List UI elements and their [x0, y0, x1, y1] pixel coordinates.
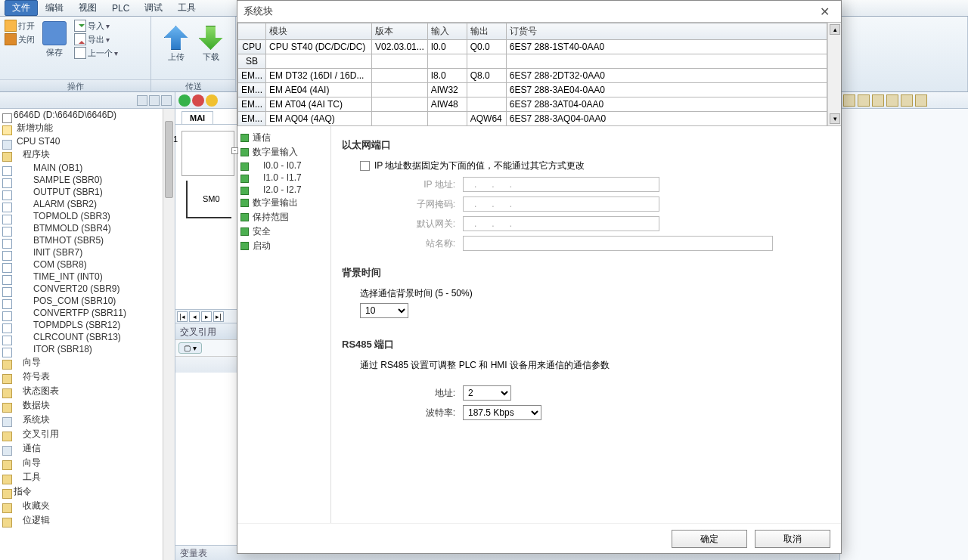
table-row[interactable]: EM...EM AQ04 (4AQ)AQW646ES7 288-3AQ04-0A… — [238, 112, 827, 126]
tree-progblk[interactable]: -程序块 — [0, 147, 175, 162]
tree-xref[interactable]: +交叉引用 — [0, 427, 175, 441]
tree-scrollbar[interactable] — [163, 109, 175, 560]
upload-button[interactable]: 上传 — [161, 24, 191, 64]
tree-instr[interactable]: -指令 — [0, 484, 175, 499]
prev-button[interactable]: 上一个▾ — [74, 47, 118, 59]
table-row[interactable]: EM...EM AE04 (4AI)AIW326ES7 288-3AE04-0A… — [238, 83, 827, 97]
scroll-down-icon[interactable]: ▾ — [830, 113, 840, 124]
expand-icon[interactable]: - — [231, 147, 238, 154]
baud-select[interactable]: 187.5 Kbps — [463, 405, 541, 420]
tree-block[interactable]: TIME_INT (INT0) — [0, 271, 175, 283]
tree-wizard[interactable]: +向导 — [0, 355, 175, 370]
tree-block[interactable]: SAMPLE (SBR0) — [0, 174, 175, 186]
station-input[interactable] — [463, 236, 773, 251]
menu-file[interactable]: 文件 — [5, 0, 38, 16]
tree-tools[interactable]: +工具 — [0, 470, 175, 484]
tree-block[interactable]: ALARM (SBR2) — [0, 198, 175, 210]
cancel-button[interactable]: 取消 — [755, 530, 830, 548]
tree-block[interactable]: TOPMDPLS (SBR12) — [0, 319, 175, 331]
menu-plc[interactable]: PLC — [104, 2, 137, 15]
nav-prev-icon[interactable]: ◂ — [189, 311, 200, 322]
tree-block[interactable]: MAIN (OB1) — [0, 162, 175, 174]
tree-bitlogic[interactable]: +位逻辑 — [0, 513, 175, 528]
tool-icon[interactable] — [872, 94, 884, 107]
tree-sysblk[interactable]: 系统块 — [0, 413, 175, 427]
mask-input[interactable] — [463, 196, 659, 212]
tool-icon[interactable] — [858, 94, 870, 107]
tree-tool-icon[interactable] — [149, 95, 160, 106]
compile-icon[interactable] — [206, 94, 218, 107]
tree-block[interactable]: INIT (SBR7) — [0, 246, 175, 258]
bgtime-select[interactable]: 10 — [360, 303, 408, 318]
gw-input[interactable] — [463, 216, 659, 231]
tree-newfeat[interactable]: 新增功能 — [0, 121, 175, 135]
tool-icon[interactable] — [915, 94, 927, 107]
import-button[interactable]: 导入▾ — [74, 20, 118, 32]
ok-button[interactable]: 确定 — [672, 530, 747, 548]
dlg-tree-ret[interactable]: 保持范围 — [239, 210, 329, 224]
project-tree-panel: 6646D (D:\6646D\6646D) 新增功能 -CPU ST40 -程… — [0, 92, 175, 560]
menu-edit[interactable]: 编辑 — [38, 0, 71, 16]
close-icon[interactable]: ✕ — [814, 5, 835, 19]
editor-tab[interactable]: MAI — [182, 111, 213, 124]
tool-icon[interactable] — [886, 94, 898, 107]
close-button[interactable]: 关闭 — [5, 33, 35, 45]
ip-fixed-checkbox[interactable] — [360, 161, 370, 171]
tree-root[interactable]: 6646D (D:\6646D\6646D) — [0, 109, 175, 121]
tool-icon[interactable] — [843, 94, 855, 107]
tree-cpu[interactable]: -CPU ST40 — [0, 135, 175, 147]
tree-block[interactable]: CONVERTFP (SBR11) — [0, 307, 175, 319]
menu-tool[interactable]: 工具 — [170, 0, 203, 16]
download-button[interactable]: 下载 — [196, 24, 226, 64]
tree-block[interactable]: ITOR (SBR18) — [0, 343, 175, 355]
tree-block[interactable]: CONVERT20 (SBR9) — [0, 283, 175, 295]
dialog-title: 系统块 — [244, 5, 273, 18]
menu-view[interactable]: 视图 — [71, 0, 104, 16]
xref-chip[interactable]: ▢ ▾ — [178, 342, 202, 354]
ip-fixed-label: IP 地址数据固定为下面的值，不能通过其它方式更改 — [374, 159, 585, 172]
tree-stattab[interactable]: +状态图表 — [0, 384, 175, 398]
tool-icon[interactable] — [901, 94, 913, 107]
nav-first-icon[interactable]: |◂ — [177, 311, 188, 322]
gw-label: 默认网关: — [342, 218, 463, 230]
tree-symtab[interactable]: +符号表 — [0, 370, 175, 384]
dlg-tree-dout[interactable]: 数字量输出 — [239, 196, 329, 210]
tree-expt[interactable]: +向导 — [0, 456, 175, 470]
tree-block[interactable]: POS_COM (SBR10) — [0, 295, 175, 307]
dlg-tree-comm[interactable]: 通信 — [239, 131, 329, 145]
tree-tool-icon[interactable] — [137, 95, 147, 106]
dlg-tree-i0[interactable]: I0.0 - I0.7 — [239, 159, 329, 172]
dlg-tree-start[interactable]: 启动 — [239, 239, 329, 253]
table-row[interactable]: EM...EM DT32 (16DI / 16D...I8.0Q8.06ES7 … — [238, 69, 827, 83]
table-scrollbar[interactable]: ▴▾ — [827, 23, 841, 125]
export-button[interactable]: 导出▾ — [74, 33, 118, 45]
dlg-tree-i1[interactable]: I1.0 - I1.7 — [239, 172, 329, 184]
run-icon[interactable] — [178, 94, 191, 107]
tree-comm[interactable]: 通信 — [0, 441, 175, 456]
addr-select[interactable]: 2 — [463, 385, 511, 401]
tree-block[interactable]: COM (SBR8) — [0, 258, 175, 271]
menu-debug[interactable]: 调试 — [137, 0, 170, 16]
tree-block[interactable]: CLRCOUNT (SBR13) — [0, 331, 175, 343]
dlg-tree-din[interactable]: -数字量输入 — [239, 145, 329, 159]
ip-input[interactable] — [463, 177, 659, 192]
save-button[interactable]: 保存 — [39, 20, 70, 60]
tree-block[interactable]: BTMMOLD (SBR4) — [0, 222, 175, 234]
nav-next-icon[interactable]: ▸ — [201, 311, 212, 322]
table-row[interactable]: CPUCPU ST40 (DC/DC/DC)V02.03.01...I0.0Q0… — [238, 40, 827, 54]
tree-block[interactable]: TOPMOLD (SBR3) — [0, 210, 175, 222]
open-button[interactable]: 打开 — [5, 20, 35, 32]
nav-last-icon[interactable]: ▸| — [213, 311, 224, 322]
tree-block[interactable]: BTMHOT (SBR5) — [0, 234, 175, 246]
stop-icon[interactable] — [192, 94, 204, 107]
project-tree[interactable]: 6646D (D:\6646D\6646D) 新增功能 -CPU ST40 -程… — [0, 109, 175, 528]
tree-block[interactable]: OUTPUT (SBR1) — [0, 186, 175, 198]
table-row[interactable]: SB — [238, 54, 827, 69]
tree-fav[interactable]: 收藏夹 — [0, 499, 175, 513]
dlg-tree-sec[interactable]: 安全 — [239, 224, 329, 239]
scroll-up-icon[interactable]: ▴ — [830, 24, 840, 35]
tree-datablk[interactable]: +数据块 — [0, 398, 175, 413]
dlg-tree-i2[interactable]: I2.0 - I2.7 — [239, 184, 329, 196]
table-row[interactable]: EM...EM AT04 (4AI TC)AIW486ES7 288-3AT04… — [238, 97, 827, 112]
tree-tool-icon[interactable] — [161, 95, 172, 106]
